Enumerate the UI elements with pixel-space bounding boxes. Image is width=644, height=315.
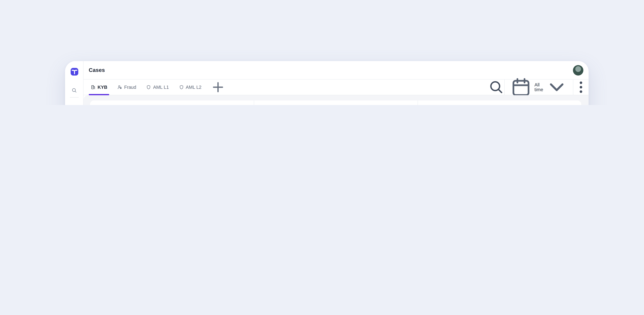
- search-icon: [488, 79, 504, 95]
- toolbar: All time: [488, 80, 588, 95]
- tab-kyb[interactable]: KYB: [89, 80, 109, 95]
- search-icon[interactable]: [71, 88, 77, 93]
- kebab-icon: [573, 80, 588, 95]
- tab-aml-l1[interactable]: AML L1: [144, 80, 171, 95]
- stat-value: 14: [97, 104, 254, 105]
- tab-label: Fraud: [124, 85, 136, 90]
- tab-aml-l2[interactable]: AML L2: [177, 80, 204, 95]
- chevron-down-icon: [546, 77, 567, 98]
- tab-fraud[interactable]: Fraud: [115, 80, 138, 95]
- shield-icon: [146, 85, 151, 90]
- content-area: 14 Total number of cases2 Unassigned6 As…: [84, 95, 588, 105]
- time-filter-value: All time: [534, 82, 543, 92]
- calendar-icon: [510, 77, 532, 98]
- sidebar-divider: [70, 97, 79, 98]
- app-window: Cases KYBFraudAML L1AML L2 All time 14: [65, 61, 588, 105]
- user-avatar[interactable]: [573, 65, 583, 76]
- tab-label: KYB: [98, 85, 107, 90]
- person-lock-icon: [117, 85, 122, 90]
- tab-bar: KYBFraudAML L1AML L2 All time: [84, 80, 588, 95]
- page: Cases KYBFraudAML L1AML L2 All time 14: [0, 0, 644, 105]
- tab-label: AML L1: [153, 85, 169, 90]
- stats-cards: 14 Total number of cases2 Unassigned6 As…: [90, 100, 581, 105]
- building-icon: [91, 85, 96, 90]
- search-button[interactable]: [488, 80, 504, 95]
- app-logo[interactable]: [71, 68, 78, 76]
- add-tab-button[interactable]: [210, 80, 226, 95]
- page-title: Cases: [89, 67, 105, 73]
- stat-card: 14 Total number of cases: [90, 100, 254, 105]
- stat-value: 6: [425, 104, 581, 105]
- stat-value: 2: [261, 104, 418, 105]
- stat-card: 6 Assigned to me: [418, 100, 581, 105]
- time-filter-select[interactable]: All time: [505, 80, 573, 95]
- tab-label: AML L2: [186, 85, 202, 90]
- sidebar: [65, 61, 84, 105]
- shield-icon: [179, 85, 184, 90]
- more-options-button[interactable]: [573, 80, 588, 95]
- stat-card: 2 Unassigned: [254, 100, 418, 105]
